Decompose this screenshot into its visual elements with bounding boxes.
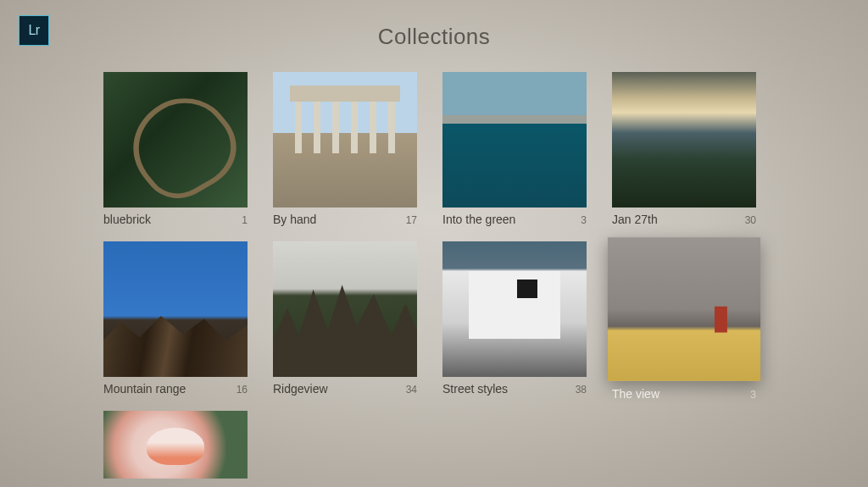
collection-thumbnail [608,237,760,381]
collection-caption: The view 3 [612,382,756,401]
collection-count: 30 [745,214,756,226]
collection-caption: bluebrick 1 [103,208,248,226]
collection-label: Ridgeview [273,382,328,396]
collection-tile-the-view[interactable]: The view 3 [612,241,756,396]
collection-thumbnail [103,241,248,377]
collection-caption: Street styles 38 [442,377,587,396]
collection-count: 34 [406,384,417,396]
collection-caption: Ridgeview 34 [273,377,417,396]
page-title: Collections [0,24,868,50]
collection-tile-by-hand[interactable]: By hand 17 [273,72,417,226]
collection-count: 3 [581,214,587,226]
collection-caption: By hand 17 [273,208,417,226]
collection-tile-partial[interactable] [103,411,248,479]
collection-thumbnail [442,72,587,208]
collection-label: Mountain range [103,382,186,396]
collection-caption: Mountain range 16 [103,377,248,396]
collection-caption: Jan 27th 30 [612,208,756,226]
collection-thumbnail [612,72,756,208]
collection-count: 17 [406,214,417,226]
collection-label: Into the green [442,213,515,226]
collection-thumbnail [273,72,417,208]
collection-label: Jan 27th [612,213,658,226]
collection-label: bluebrick [103,213,151,226]
collection-thumbnail [103,72,248,208]
collection-count: 16 [236,384,248,396]
collection-tile-mountain-range[interactable]: Mountain range 16 [103,241,248,396]
collection-tile-jan-27th[interactable]: Jan 27th 30 [612,72,756,226]
collection-count: 38 [576,384,587,396]
collection-thumbnail [442,241,587,377]
collection-thumbnail [103,411,248,479]
collection-tile-ridgeview[interactable]: Ridgeview 34 [273,241,417,396]
collection-label: By hand [273,213,316,226]
collection-count: 3 [750,389,756,401]
collection-caption: Into the green 3 [442,208,587,226]
collection-count: 1 [242,214,248,226]
collection-tile-street-styles[interactable]: Street styles 38 [442,241,587,396]
collection-thumbnail [273,241,417,377]
collection-tile-bluebrick[interactable]: bluebrick 1 [103,72,248,226]
collection-label: The view [612,387,659,401]
collection-tile-into-the-green[interactable]: Into the green 3 [442,72,587,226]
collection-label: Street styles [442,382,508,396]
collections-grid: bluebrick 1 By hand 17 Into the green 3 … [103,72,756,479]
